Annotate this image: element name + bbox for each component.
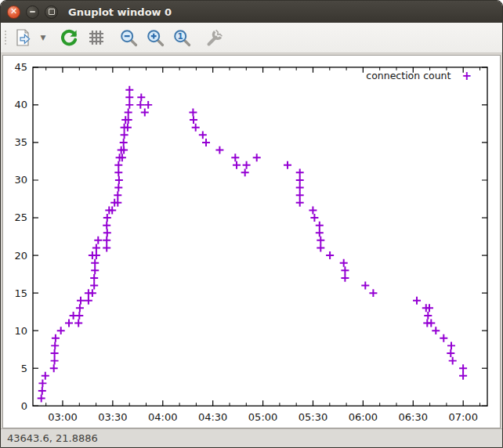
svg-text:1: 1 xyxy=(177,31,183,41)
zoom-in-button[interactable] xyxy=(143,25,168,50)
zoom-out-button[interactable] xyxy=(116,25,141,50)
svg-text:35: 35 xyxy=(14,136,27,148)
svg-text:20: 20 xyxy=(14,250,27,262)
svg-text:07:00: 07:00 xyxy=(448,411,477,423)
svg-text:06:30: 06:30 xyxy=(399,411,428,423)
wrench-icon xyxy=(204,27,225,48)
refresh-button[interactable] xyxy=(56,25,81,50)
window-title: Gnuplot window 0 xyxy=(68,6,172,18)
svg-text:5: 5 xyxy=(21,363,27,374)
svg-text:03:00: 03:00 xyxy=(48,411,77,423)
svg-text:03:30: 03:30 xyxy=(98,411,127,423)
refresh-icon xyxy=(59,27,79,48)
svg-text:10: 10 xyxy=(14,325,27,337)
export-icon xyxy=(13,27,34,48)
settings-button[interactable] xyxy=(202,25,227,50)
maximize-icon xyxy=(49,9,55,15)
svg-text:04:00: 04:00 xyxy=(148,411,177,423)
zoom-reset-button[interactable]: 1 xyxy=(169,25,194,50)
coordinate-readout: 43643.6, 21.8886 xyxy=(7,432,98,444)
svg-text:0: 0 xyxy=(21,400,27,412)
svg-text:30: 30 xyxy=(14,175,27,186)
magnifier-1-icon: 1 xyxy=(172,28,192,48)
svg-text:25: 25 xyxy=(14,212,27,224)
legend-label: connection count xyxy=(366,70,451,81)
svg-text:15: 15 xyxy=(14,287,27,299)
svg-text:04:30: 04:30 xyxy=(198,411,227,423)
grid-icon xyxy=(86,28,105,47)
toolbar-grip-icon[interactable] xyxy=(5,31,6,45)
legend-plus-marker-icon: + xyxy=(461,71,472,81)
export-dropdown-button[interactable]: ▼ xyxy=(38,25,49,50)
chevron-down-icon: ▼ xyxy=(41,34,46,42)
svg-text:45: 45 xyxy=(14,61,27,73)
magnifier-minus-icon xyxy=(119,28,139,48)
export-button[interactable] xyxy=(11,25,36,50)
magnifier-plus-icon xyxy=(146,28,165,48)
maximize-button[interactable] xyxy=(45,5,58,19)
svg-text:05:30: 05:30 xyxy=(299,411,327,423)
titlebar: ✕ Gnuplot window 0 xyxy=(1,1,502,23)
svg-text:05:00: 05:00 xyxy=(248,411,277,423)
plot-canvas[interactable]: 03:0003:3004:0004:3005:0005:3006:0006:30… xyxy=(2,55,501,428)
svg-text:40: 40 xyxy=(14,99,27,110)
close-button[interactable]: ✕ xyxy=(7,5,20,19)
toolbar: ▼ xyxy=(1,23,502,53)
minimize-icon xyxy=(30,11,35,13)
close-icon: ✕ xyxy=(10,7,17,16)
content-area: 03:0003:3004:0004:3005:0005:3006:0006:30… xyxy=(1,53,502,428)
svg-text:06:00: 06:00 xyxy=(349,411,378,423)
statusbar: 43643.6, 21.8886 xyxy=(1,428,502,447)
minimize-button[interactable] xyxy=(26,5,39,19)
gnuplot-window: ✕ Gnuplot window 0 ▼ xyxy=(0,0,503,448)
legend: connection count + xyxy=(366,70,472,81)
plot-svg: 03:0003:3004:0004:3005:0005:3006:0006:30… xyxy=(3,56,500,428)
grid-button[interactable] xyxy=(83,25,108,50)
